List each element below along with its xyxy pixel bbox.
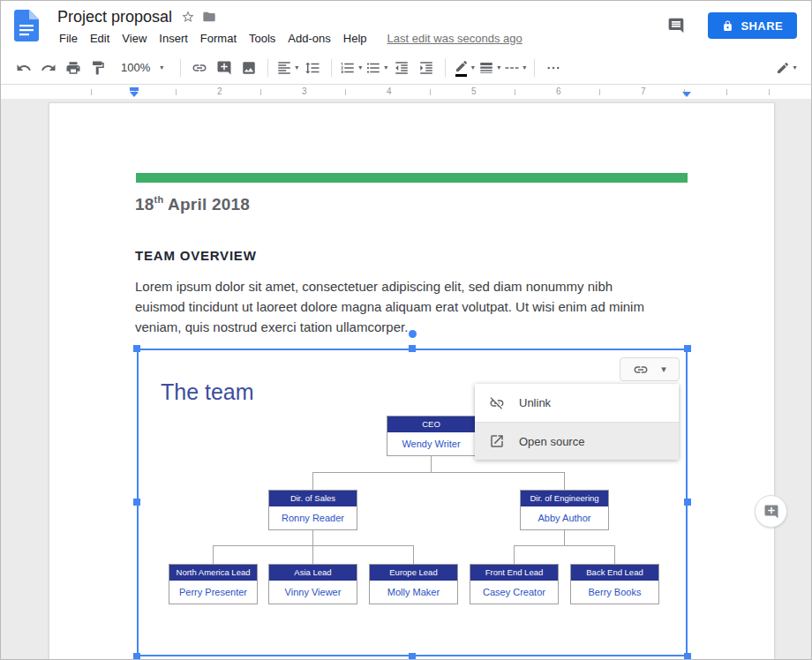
org-name: Casey Creator	[470, 581, 558, 604]
org-role: Dir. of Sales	[269, 491, 357, 506]
selection-handle-e[interactable]	[684, 499, 691, 506]
chevron-down-icon: ▾	[384, 64, 387, 71]
chevron-down-icon: ▾	[793, 64, 796, 71]
menu-item-unlink[interactable]: Unlink	[475, 384, 679, 422]
selection-handle-n[interactable]	[409, 345, 416, 352]
folder-icon[interactable]	[202, 10, 216, 24]
first-line-indent-marker[interactable]	[130, 87, 139, 91]
linked-chart-menu: Unlink Open source	[475, 384, 679, 460]
ruler-number: 4	[384, 86, 395, 96]
app-window: Project proposal File Edit View Insert F…	[0, 0, 812, 660]
org-connector	[514, 545, 515, 564]
org-role: North America Lead	[169, 565, 257, 581]
header-actions: SHARE	[667, 12, 797, 39]
document-page[interactable]: 18th April 2018 TEAM OVERVIEW Lorem ipsu…	[49, 102, 775, 659]
menu-insert[interactable]: Insert	[153, 30, 194, 47]
print-button[interactable]	[63, 56, 84, 79]
selection-handle-s[interactable]	[409, 653, 416, 659]
menu-addons[interactable]: Add-ons	[282, 30, 336, 47]
redo-button[interactable]	[38, 56, 59, 79]
insert-image-button[interactable]	[238, 56, 259, 79]
org-connector	[213, 545, 214, 564]
chevron-down-icon: ▾	[523, 64, 526, 71]
ruler: 1 2 3 4 5 6 7	[1, 86, 811, 99]
menu-view[interactable]: View	[116, 30, 153, 47]
border-color-button[interactable]: ▾	[454, 56, 475, 79]
toolbar-separator	[267, 59, 268, 77]
selection-handle-w[interactable]	[133, 499, 140, 506]
org-name: Abby Author	[521, 506, 608, 529]
border-dash-button[interactable]: ▾	[504, 56, 526, 79]
chevron-down-icon[interactable]: ▾	[661, 364, 666, 375]
org-node-ceo: CEO Wendy Writer	[387, 416, 476, 456]
org-connector	[614, 545, 615, 564]
line-spacing-button[interactable]	[302, 56, 323, 79]
section-heading: TEAM OVERVIEW	[135, 248, 257, 263]
editing-mode-button[interactable]: ▾	[776, 56, 797, 79]
menu-help[interactable]: Help	[337, 30, 373, 47]
chevron-down-icon: ▾	[160, 64, 163, 71]
insert-link-button[interactable]	[189, 56, 210, 79]
menu-item-open-source[interactable]: Open source	[475, 422, 679, 460]
document-canvas: 18th April 2018 TEAM OVERVIEW Lorem ipsu…	[1, 99, 811, 659]
org-node-lead: Asia Lead Vinny Viewer	[268, 564, 357, 604]
right-indent-marker[interactable]	[682, 92, 691, 97]
org-node-engineering: Dir. of Engineering Abby Author	[520, 490, 609, 530]
undo-button[interactable]	[13, 56, 34, 79]
left-indent-marker[interactable]	[130, 92, 139, 97]
star-icon[interactable]	[181, 10, 195, 24]
document-title[interactable]: Project proposal	[57, 8, 172, 26]
color-swatch	[455, 74, 467, 77]
toolbar: 100% ▾ ▾ ▾ ▾ ▾ ▾ ▾ ▾	[1, 51, 811, 85]
org-node-lead: Back End Lead Berry Books	[570, 564, 659, 604]
ruler-number: 3	[299, 86, 310, 96]
org-connector	[312, 472, 565, 473]
selection-handle-se[interactable]	[684, 653, 691, 659]
chevron-down-icon: ▾	[295, 64, 298, 71]
link-icon	[633, 362, 649, 378]
menu-bar: File Edit View Insert Format Tools Add-o…	[57, 30, 523, 47]
selection-handle-ne[interactable]	[684, 345, 691, 352]
org-connector	[312, 530, 313, 545]
org-connector	[431, 456, 432, 472]
title-block: Project proposal File Edit View Insert F…	[57, 5, 523, 47]
decrease-indent-button[interactable]	[391, 56, 412, 79]
org-node-lead: Europe Lead Molly Maker	[369, 564, 458, 604]
menu-edit[interactable]: Edit	[84, 30, 116, 47]
zoom-select[interactable]: 100% ▾	[114, 56, 170, 79]
linked-chart-toolbar[interactable]: ▾	[620, 357, 680, 381]
unlink-icon	[489, 395, 505, 411]
align-button[interactable]: ▾	[276, 56, 298, 79]
increase-indent-button[interactable]	[416, 56, 437, 79]
ruler-ticks	[49, 89, 775, 95]
menu-file[interactable]: File	[57, 30, 84, 47]
org-name: Vinny Viewer	[269, 581, 357, 604]
rotate-handle[interactable]	[409, 330, 417, 338]
insert-comment-button[interactable]	[214, 56, 235, 79]
selection-handle-nw[interactable]	[133, 345, 140, 352]
toolbar-separator	[534, 59, 535, 77]
date-rest: April 2018	[163, 195, 250, 214]
date-suffix: th	[154, 194, 164, 205]
org-name: Molly Maker	[370, 581, 457, 604]
comments-button[interactable]	[667, 17, 685, 34]
more-tools-button[interactable]	[543, 56, 564, 79]
border-weight-button[interactable]: ▾	[478, 56, 500, 79]
share-label: SHARE	[741, 19, 783, 33]
paint-format-button[interactable]	[87, 56, 109, 79]
selection-handle-sw[interactable]	[133, 653, 140, 659]
numbered-list-button[interactable]: ▾	[340, 56, 362, 79]
ruler-number: 6	[553, 86, 564, 96]
org-role: Europe Lead	[370, 565, 457, 581]
org-role: Asia Lead	[269, 565, 357, 581]
menu-format[interactable]: Format	[194, 30, 243, 47]
last-edit-link[interactable]: Last edit was seconds ago	[387, 32, 523, 45]
share-button[interactable]: SHARE	[708, 12, 797, 39]
date-day: 18	[135, 195, 154, 214]
google-docs-logo[interactable]	[14, 10, 39, 41]
add-comment-button[interactable]	[755, 495, 787, 528]
selected-image[interactable]: The team CEO Wendy Writer	[137, 349, 688, 656]
org-role: Dir. of Engineering	[521, 491, 608, 506]
menu-tools[interactable]: Tools	[243, 30, 282, 47]
bulleted-list-button[interactable]: ▾	[365, 56, 387, 79]
